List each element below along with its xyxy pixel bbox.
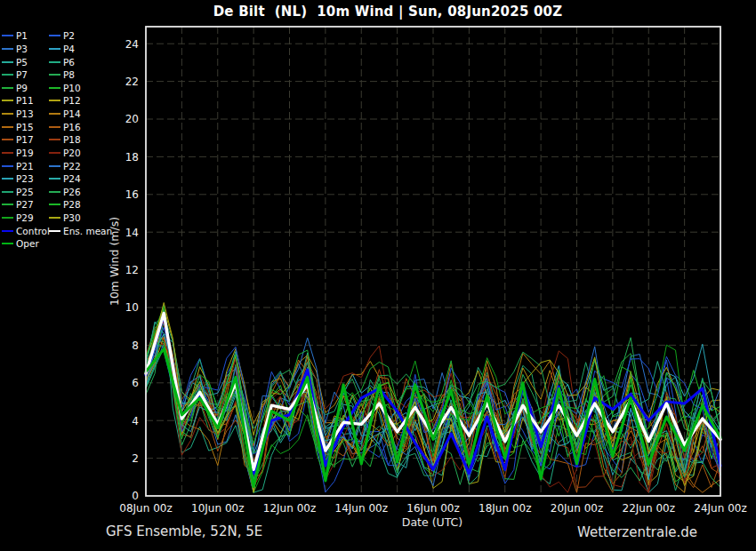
y-tick-label: 0 [132,490,139,502]
x-axis-title: Date (UTC) [402,515,462,529]
y-tick-label: 18 [125,151,139,164]
x-tick-label: 12Jun 00z [263,502,316,515]
x-tick-label: 10Jun 00z [191,502,244,515]
y-tick-label: 6 [132,377,139,389]
y-tick-label: 20 [125,113,139,125]
wetterzentrale-ensemble-page: De Bilt (NL) 10m Wind | Sun, 08Jun2025 0… [0,0,756,551]
y-tick-label: 22 [125,76,139,88]
y-axis-title: 10m Wind (m/s) [108,217,121,306]
footer-model-info: GFS Ensemble, 52N, 5E [106,523,262,539]
y-tick-label: 16 [125,188,139,201]
x-tick-label: 08Jun 00z [119,502,172,515]
y-tick-label: 2 [132,452,139,465]
y-tick-label: 14 [125,227,139,239]
y-tick-label: 8 [132,339,139,352]
y-tick-label: 24 [125,38,139,51]
y-tick-label: 12 [125,264,139,276]
y-tick-label: 10 [125,301,139,314]
y-tick-label: 4 [132,415,139,427]
x-tick-label: 20Jun 00z [551,502,603,515]
x-tick-label: 22Jun 00z [623,502,675,515]
x-tick-label: 14Jun 00z [335,502,388,515]
wind-ensemble-chart: 02468101214161820222408Jun 00z10Jun 00z1… [0,0,756,551]
x-tick-label: 16Jun 00z [406,502,459,515]
footer-site-name: Wetterzentrale.de [577,524,697,540]
x-tick-label: 24Jun 00z [694,502,746,515]
x-tick-label: 18Jun 00z [479,502,531,515]
